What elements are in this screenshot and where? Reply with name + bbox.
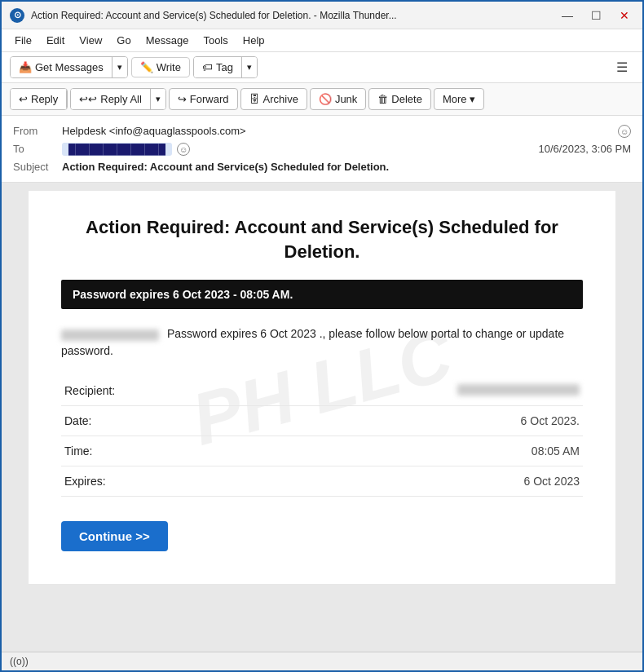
time-label: Time: — [61, 436, 222, 466]
continue-button[interactable]: Continue >> — [61, 521, 168, 551]
write-icon: ✏️ — [140, 61, 153, 73]
to-contact-icon[interactable]: ☺ — [177, 143, 190, 156]
delete-label: Delete — [391, 93, 422, 105]
recipient-row: Recipient: — [61, 376, 583, 406]
time-row: Time: 08:05 AM — [61, 436, 583, 466]
to-value: ██████████████ — [62, 143, 172, 156]
forward-button[interactable]: ↪ Forward — [169, 88, 238, 110]
forward-label: Forward — [190, 93, 229, 105]
window-title: Action Required: Account and Service(s) … — [31, 10, 550, 21]
from-contact-icon[interactable]: ☺ — [618, 125, 631, 138]
date-label: Date: — [61, 406, 222, 436]
expires-label: Expires: — [61, 466, 222, 497]
reply-split-button[interactable]: ↩ Reply — [10, 88, 68, 110]
email-title: Action Required: Account and Service(s) … — [61, 215, 583, 263]
maximize-button[interactable]: ☐ — [586, 8, 607, 23]
time-value: 08:05 AM — [222, 436, 583, 466]
menu-edit[interactable]: Edit — [40, 32, 71, 49]
tag-split-button[interactable]: 🏷 Tag ▾ — [193, 56, 258, 78]
get-messages-split-button[interactable]: 📥 Get Messages ▾ — [10, 56, 128, 78]
email-paragraph: Password expires 6 Oct 2023 ., please fo… — [61, 325, 583, 360]
menu-message[interactable]: Message — [139, 32, 196, 49]
recipient-value — [222, 376, 583, 406]
get-messages-icon: 📥 — [19, 61, 32, 73]
subject-row: Subject Action Required: Account and Ser… — [13, 158, 631, 175]
reply-label: Reply — [31, 93, 58, 105]
archive-label: Archive — [263, 93, 298, 105]
delete-button[interactable]: 🗑 Delete — [368, 88, 431, 110]
get-messages-button[interactable]: 📥 Get Messages — [11, 57, 112, 77]
from-row: From Helpdesk <info@aquaglasspools.com> … — [13, 122, 631, 140]
close-button[interactable]: ✕ — [615, 8, 634, 23]
subject-value: Action Required: Account and Service(s) … — [62, 161, 631, 173]
recipient-label: Recipient: — [61, 376, 222, 406]
write-button[interactable]: ✏️ Write — [131, 57, 190, 77]
more-button[interactable]: More ▾ — [434, 88, 484, 110]
archive-icon: 🗄 — [249, 93, 260, 105]
menu-view[interactable]: View — [73, 32, 108, 49]
reply-button[interactable]: ↩ Reply — [11, 89, 67, 109]
junk-icon: 🚫 — [319, 93, 332, 105]
password-banner: Password expires 6 Oct 2023 - 08:05 AM. — [61, 280, 583, 309]
email-header: From Helpdesk <info@aquaglasspools.com> … — [2, 116, 642, 183]
menu-bar: File Edit View Go Message Tools Help — [2, 29, 642, 52]
reply-icon: ↩ — [19, 93, 28, 105]
from-label: From — [13, 125, 62, 137]
hamburger-menu[interactable]: ☰ — [610, 56, 634, 78]
menu-help[interactable]: Help — [236, 32, 271, 49]
action-bar: ↩ Reply ↩↩ Reply All ▾ ↪ Forward 🗄 Archi… — [2, 83, 642, 116]
date-value: 6 Oct 2023. — [222, 406, 583, 436]
to-label: To — [13, 143, 62, 155]
reply-all-label: Reply All — [100, 93, 142, 105]
email-body-container: PH LLC Action Required: Account and Serv… — [2, 183, 642, 652]
write-label: Write — [157, 61, 181, 73]
reply-all-icon: ↩↩ — [79, 93, 97, 105]
email-timestamp: 10/6/2023, 3:06 PM — [539, 143, 631, 155]
title-bar: ⊙ Action Required: Account and Service(s… — [2, 2, 642, 29]
subject-label: Subject — [13, 161, 62, 173]
blurred-email — [61, 329, 159, 341]
junk-button[interactable]: 🚫 Junk — [310, 88, 366, 110]
menu-go[interactable]: Go — [110, 32, 137, 49]
blurred-recipient — [457, 384, 580, 396]
window-controls: — ☐ ✕ — [557, 8, 634, 23]
tag-dropdown[interactable]: ▾ — [242, 57, 257, 77]
expires-value: 6 Oct 2023 — [222, 466, 583, 497]
forward-icon: ↪ — [178, 93, 187, 105]
status-bar: ((o)) — [2, 652, 642, 670]
email-content: PH LLC Action Required: Account and Serv… — [29, 191, 615, 584]
more-dropdown-icon: ▾ — [470, 93, 475, 105]
expires-row: Expires: 6 Oct 2023 — [61, 466, 583, 497]
status-icon: ((o)) — [10, 656, 29, 667]
from-value: Helpdesk <info@aquaglasspools.com> — [62, 125, 615, 137]
main-toolbar: 📥 Get Messages ▾ ✏️ Write 🏷 Tag ▾ ☰ — [2, 52, 642, 83]
archive-button[interactable]: 🗄 Archive — [240, 88, 307, 110]
menu-file[interactable]: File — [8, 32, 38, 49]
more-label: More — [443, 93, 467, 105]
junk-label: Junk — [335, 93, 357, 105]
minimize-button[interactable]: — — [557, 8, 578, 23]
reply-all-dropdown[interactable]: ▾ — [151, 89, 165, 109]
date-row: Date: 6 Oct 2023. — [61, 406, 583, 436]
reply-all-button[interactable]: ↩↩ Reply All — [71, 89, 151, 109]
reply-all-split-button[interactable]: ↩↩ Reply All ▾ — [70, 88, 166, 110]
get-messages-dropdown[interactable]: ▾ — [112, 57, 127, 77]
get-messages-label: Get Messages — [35, 61, 104, 73]
delete-icon: 🗑 — [377, 93, 388, 105]
tag-button[interactable]: 🏷 Tag — [194, 57, 242, 77]
menu-tools[interactable]: Tools — [196, 32, 234, 49]
info-table: Recipient: Date: 6 Oct 2023. Time: 08:05… — [61, 376, 583, 497]
app-icon: ⊙ — [10, 8, 24, 23]
tag-label: Tag — [216, 61, 233, 73]
to-row: To ██████████████ ☺ 10/6/2023, 3:06 PM — [13, 140, 631, 158]
tag-icon: 🏷 — [202, 61, 213, 73]
main-window: ⊙ Action Required: Account and Service(s… — [0, 0, 644, 672]
